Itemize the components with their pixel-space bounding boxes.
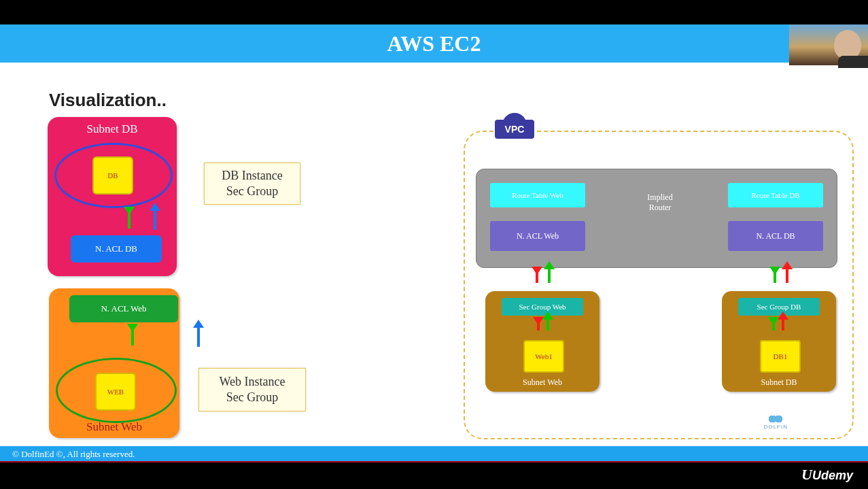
presenter-silhouette-icon: [834, 30, 861, 60]
vpc-tag-icon: VPC: [495, 120, 534, 139]
subnet-db-label: Subnet DB: [722, 377, 836, 388]
nacl-db-box: N. ACL DB: [71, 235, 162, 263]
web-instance-mini: Web1: [523, 340, 564, 373]
panel-subnet-web: N. ACL Web WEB Subnet Web: [49, 288, 179, 438]
db-instance-mini: DB1: [760, 340, 801, 373]
video-letterbox-top: [0, 0, 868, 24]
slide-subtitle: Visualization..: [49, 90, 167, 111]
slide: AWS EC2 Visualization.. Subnet DB DB N. …: [0, 24, 868, 462]
slide-title: AWS EC2: [387, 31, 481, 56]
nacl-db-box-right: N. ACL DB: [728, 221, 823, 251]
implied-router-label: Implied Router: [626, 192, 694, 213]
subnet-web-label: Subnet Web: [485, 377, 600, 388]
copyright-text: © DolfinEd ©, All rights reserved.: [12, 449, 135, 460]
implied-router-panel: Route Table Web Route Table DB N. ACL We…: [476, 169, 837, 268]
web-instance-box: WEB: [95, 373, 136, 411]
subnet-db-panel: Sec Group DB DB1 Subnet DB: [722, 291, 836, 392]
label-db-sec-group: DB Instance Sec Group: [204, 163, 300, 205]
copyright-bar: © DolfinEd ©, All rights reserved.: [0, 446, 868, 462]
db-instance-box: DB: [92, 156, 133, 195]
panel-subnet-db: Subnet DB DB N. ACL DB: [48, 117, 177, 276]
udemy-logo: UUdemy: [801, 466, 853, 484]
panel-subnet-web-footer: Subnet Web: [49, 420, 179, 434]
panel-subnet-db-header: Subnet DB: [48, 117, 177, 136]
subnet-web-panel: Sec Group Web Web1 Subnet Web: [485, 291, 600, 392]
presenter-webcam-thumbnail: [789, 24, 868, 65]
label-web-sec-group: Web Instance Sec Group: [198, 368, 306, 411]
route-table-web: Route Table Web: [490, 183, 585, 207]
watermark-logo-icon: DOLFIN: [764, 416, 788, 430]
nacl-web-box-right: N. ACL Web: [490, 221, 585, 251]
route-table-db: Route Table DB: [728, 183, 823, 207]
video-player-bar[interactable]: UUdemy: [0, 461, 868, 489]
slide-title-bar: AWS EC2: [0, 24, 868, 63]
nacl-web-box: N. ACL Web: [69, 295, 178, 322]
